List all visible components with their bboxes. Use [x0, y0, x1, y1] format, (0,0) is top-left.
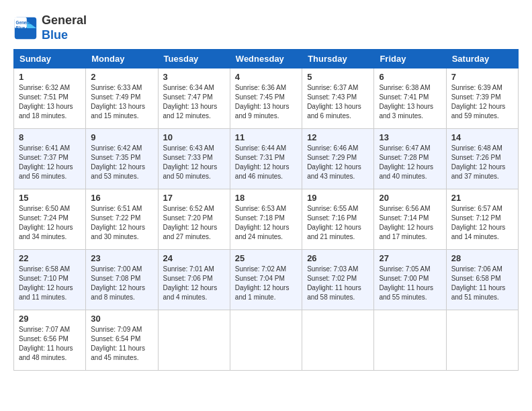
calendar-cell: 17 Sunrise: 6:52 AMSunset: 7:20 PMDaylig… — [158, 189, 230, 250]
day-info: Sunrise: 6:56 AMSunset: 7:14 PMDaylight:… — [379, 205, 433, 240]
calendar-cell: 24 Sunrise: 7:01 AMSunset: 7:06 PMDaylig… — [158, 250, 230, 310]
col-sunday: Sunday — [14, 50, 86, 68]
logo-text: GeneralBlue — [42, 13, 87, 42]
day-info: Sunrise: 6:46 AMSunset: 7:29 PMDaylight:… — [307, 144, 361, 180]
day-number: 28 — [451, 253, 513, 263]
day-number: 3 — [163, 72, 225, 82]
calendar-row: 22 Sunrise: 6:58 AMSunset: 7:10 PMDaylig… — [14, 250, 519, 310]
calendar-cell: 5 Sunrise: 6:37 AMSunset: 7:43 PMDayligh… — [302, 68, 374, 129]
day-number: 6 — [379, 72, 441, 82]
calendar-cell: 23 Sunrise: 7:00 AMSunset: 7:08 PMDaylig… — [86, 250, 158, 310]
day-info: Sunrise: 6:51 AMSunset: 7:22 PMDaylight:… — [91, 205, 145, 240]
day-info: Sunrise: 6:39 AMSunset: 7:39 PMDaylight:… — [451, 84, 506, 120]
day-number: 12 — [307, 132, 369, 142]
calendar-cell: 8 Sunrise: 6:41 AMSunset: 7:37 PMDayligh… — [14, 129, 86, 189]
calendar-cell: 14 Sunrise: 6:48 AMSunset: 7:26 PMDaylig… — [446, 129, 518, 189]
logo: General Blue GeneralBlue — [13, 13, 87, 42]
calendar-cell: 28 Sunrise: 7:06 AMSunset: 6:58 PMDaylig… — [446, 250, 518, 310]
calendar-cell: 22 Sunrise: 6:58 AMSunset: 7:10 PMDaylig… — [14, 250, 86, 310]
day-info: Sunrise: 6:58 AMSunset: 7:10 PMDaylight:… — [19, 265, 73, 301]
day-info: Sunrise: 6:34 AMSunset: 7:47 PMDaylight:… — [163, 84, 218, 120]
day-number: 4 — [235, 72, 297, 82]
col-monday: Monday — [86, 50, 158, 68]
calendar-cell: 19 Sunrise: 6:55 AMSunset: 7:16 PMDaylig… — [302, 189, 374, 250]
day-info: Sunrise: 6:57 AMSunset: 7:12 PMDaylight:… — [451, 205, 506, 240]
calendar-cell — [158, 310, 230, 371]
day-info: Sunrise: 6:32 AMSunset: 7:51 PMDaylight:… — [19, 84, 73, 120]
day-info: Sunrise: 6:55 AMSunset: 7:16 PMDaylight:… — [307, 205, 361, 240]
calendar-row: 1 Sunrise: 6:32 AMSunset: 7:51 PMDayligh… — [14, 68, 519, 129]
calendar-cell: 26 Sunrise: 7:03 AMSunset: 7:02 PMDaylig… — [302, 250, 374, 310]
day-number: 17 — [163, 193, 225, 203]
col-thursday: Thursday — [302, 50, 374, 68]
day-number: 16 — [91, 193, 152, 203]
day-number: 7 — [451, 72, 513, 82]
calendar-cell: 9 Sunrise: 6:42 AMSunset: 7:35 PMDayligh… — [86, 129, 158, 189]
calendar-cell: 4 Sunrise: 6:36 AMSunset: 7:45 PMDayligh… — [230, 68, 302, 129]
day-info: Sunrise: 6:44 AMSunset: 7:31 PMDaylight:… — [235, 144, 290, 180]
calendar-row: 29 Sunrise: 7:07 AMSunset: 6:56 PMDaylig… — [14, 310, 519, 371]
day-info: Sunrise: 6:48 AMSunset: 7:26 PMDaylight:… — [451, 144, 506, 180]
day-number: 29 — [19, 314, 81, 324]
logo-icon: General Blue — [13, 16, 38, 40]
day-number: 19 — [307, 193, 369, 203]
day-info: Sunrise: 6:50 AMSunset: 7:24 PMDaylight:… — [19, 205, 73, 240]
calendar-cell: 25 Sunrise: 7:02 AMSunset: 7:04 PMDaylig… — [230, 250, 302, 310]
calendar-cell: 20 Sunrise: 6:56 AMSunset: 7:14 PMDaylig… — [374, 189, 446, 250]
day-info: Sunrise: 6:47 AMSunset: 7:28 PMDaylight:… — [379, 144, 433, 180]
day-info: Sunrise: 7:03 AMSunset: 7:02 PMDaylight:… — [307, 265, 361, 301]
calendar-table: Sunday Monday Tuesday Wednesday Thursday… — [13, 49, 519, 371]
day-number: 20 — [379, 193, 441, 203]
col-wednesday: Wednesday — [230, 50, 302, 68]
day-info: Sunrise: 6:38 AMSunset: 7:41 PMDaylight:… — [379, 84, 433, 120]
day-number: 21 — [451, 193, 513, 203]
day-number: 24 — [163, 253, 225, 263]
calendar-cell: 12 Sunrise: 6:46 AMSunset: 7:29 PMDaylig… — [302, 129, 374, 189]
day-info: Sunrise: 7:07 AMSunset: 6:56 PMDaylight:… — [19, 326, 73, 361]
day-number: 2 — [91, 72, 152, 82]
day-info: Sunrise: 6:43 AMSunset: 7:33 PMDaylight:… — [163, 144, 218, 180]
day-info: Sunrise: 6:53 AMSunset: 7:18 PMDaylight:… — [235, 205, 290, 240]
calendar-cell: 15 Sunrise: 6:50 AMSunset: 7:24 PMDaylig… — [14, 189, 86, 250]
day-number: 22 — [19, 253, 81, 263]
day-number: 1 — [19, 72, 81, 82]
day-number: 5 — [307, 72, 369, 82]
calendar-cell: 29 Sunrise: 7:07 AMSunset: 6:56 PMDaylig… — [14, 310, 86, 371]
calendar-cell — [230, 310, 302, 371]
calendar-row: 15 Sunrise: 6:50 AMSunset: 7:24 PMDaylig… — [14, 189, 519, 250]
day-info: Sunrise: 7:02 AMSunset: 7:04 PMDaylight:… — [235, 265, 290, 301]
day-info: Sunrise: 7:01 AMSunset: 7:06 PMDaylight:… — [163, 265, 218, 301]
calendar-cell: 3 Sunrise: 6:34 AMSunset: 7:47 PMDayligh… — [158, 68, 230, 129]
calendar-cell: 13 Sunrise: 6:47 AMSunset: 7:28 PMDaylig… — [374, 129, 446, 189]
day-number: 11 — [235, 132, 297, 142]
day-info: Sunrise: 6:36 AMSunset: 7:45 PMDaylight:… — [235, 84, 290, 120]
calendar-cell: 10 Sunrise: 6:43 AMSunset: 7:33 PMDaylig… — [158, 129, 230, 189]
day-info: Sunrise: 7:00 AMSunset: 7:08 PMDaylight:… — [91, 265, 145, 301]
calendar-row: 8 Sunrise: 6:41 AMSunset: 7:37 PMDayligh… — [14, 129, 519, 189]
calendar-cell: 1 Sunrise: 6:32 AMSunset: 7:51 PMDayligh… — [14, 68, 86, 129]
page-header: General Blue GeneralBlue — [13, 13, 519, 42]
day-number: 27 — [379, 253, 441, 263]
day-info: Sunrise: 6:33 AMSunset: 7:49 PMDaylight:… — [91, 84, 145, 120]
calendar-cell: 21 Sunrise: 6:57 AMSunset: 7:12 PMDaylig… — [446, 189, 518, 250]
day-info: Sunrise: 6:41 AMSunset: 7:37 PMDaylight:… — [19, 144, 73, 180]
col-tuesday: Tuesday — [158, 50, 230, 68]
day-info: Sunrise: 7:09 AMSunset: 6:54 PMDaylight:… — [91, 326, 145, 361]
calendar-cell: 16 Sunrise: 6:51 AMSunset: 7:22 PMDaylig… — [86, 189, 158, 250]
day-number: 30 — [91, 314, 152, 324]
day-number: 26 — [307, 253, 369, 263]
day-number: 13 — [379, 132, 441, 142]
calendar-cell: 7 Sunrise: 6:39 AMSunset: 7:39 PMDayligh… — [446, 68, 518, 129]
day-info: Sunrise: 6:42 AMSunset: 7:35 PMDaylight:… — [91, 144, 145, 180]
calendar-cell: 6 Sunrise: 6:38 AMSunset: 7:41 PMDayligh… — [374, 68, 446, 129]
day-number: 14 — [451, 132, 513, 142]
day-number: 25 — [235, 253, 297, 263]
day-info: Sunrise: 7:05 AMSunset: 7:00 PMDaylight:… — [379, 265, 433, 301]
col-saturday: Saturday — [446, 50, 518, 68]
calendar-cell: 30 Sunrise: 7:09 AMSunset: 6:54 PMDaylig… — [86, 310, 158, 371]
day-number: 23 — [91, 253, 152, 263]
calendar-cell — [302, 310, 374, 371]
day-number: 18 — [235, 193, 297, 203]
calendar-cell: 2 Sunrise: 6:33 AMSunset: 7:49 PMDayligh… — [86, 68, 158, 129]
col-friday: Friday — [374, 50, 446, 68]
